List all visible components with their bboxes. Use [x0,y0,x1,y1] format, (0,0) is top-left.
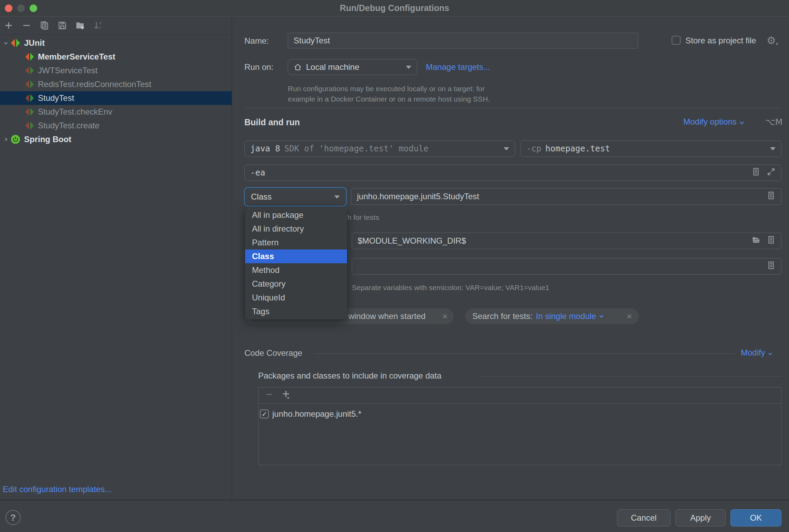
tree-item-label: RedisTest.redisConnectionTest [38,79,151,89]
dropdown-arrow-icon [504,147,509,150]
gear-icon[interactable]: ⚙▾ [767,33,778,48]
tool-window-chip-text: window when started [348,311,425,321]
add-icon[interactable] [3,20,14,31]
working-directory-input[interactable]: $MODULE_WORKING_DIR$ [352,233,781,249]
name-label: Name: [244,33,269,49]
pattern-checkbox-checked[interactable]: ✓ [260,409,269,418]
store-as-project-file-label: Store as project file [685,33,756,48]
tree-item-label: StudyTest.create [38,121,99,130]
remove-chip-icon[interactable]: × [442,311,448,322]
coverage-subtitle: Packages and classes to include in cover… [258,371,441,381]
run-on-help-line1: Run configurations may be executed local… [288,85,485,93]
insert-macros-icon[interactable] [767,191,776,202]
run-on-value: Local machine [306,62,359,72]
tree-item-label: StudyTest.checkEnv [38,107,112,117]
remove-chip-icon[interactable]: × [627,311,632,322]
tree-item-jwtservicetest[interactable]: JWTServiceTest [0,64,232,77]
configuration-editor: Name: StudyTest Store as project file ⚙▾… [232,17,789,500]
junit-test-icon [25,93,34,103]
jre-select[interactable]: java 8 SDK of 'homepage.test' module [244,140,515,157]
tree-item-studytest-checkenv[interactable]: StudyTest.checkEnv [0,105,232,119]
check-icon: ✓ [262,410,267,418]
dropdown-arrow-icon [770,147,776,150]
junit-icon [10,38,21,48]
test-class-value: junho.homepage.junit5.StudyTest [357,192,479,201]
build-and-run-title: Build and run [244,117,300,127]
help-button[interactable]: ? [6,510,21,525]
dialog-footer: ? Cancel Apply OK [0,500,789,532]
run-on-help-line2: example in a Docker Container or on a re… [288,95,490,103]
home-icon [294,63,302,71]
save-icon[interactable] [57,20,67,31]
coverage-modify-link[interactable]: Modify [741,348,772,358]
svg-text:z: z [99,25,101,30]
new-folder-icon[interactable] [75,20,85,31]
search-for-tests-chip[interactable]: Search for tests: In single module × [465,308,639,324]
remove-pattern-icon[interactable] [265,390,274,401]
working-directory-value: $MODULE_WORKING_DIR$ [358,236,466,246]
search-for-tests-value[interactable]: In single module [536,311,596,321]
option-uniqueid[interactable]: UniqueId [245,291,347,305]
vm-options-input[interactable]: -ea [244,164,781,181]
close-window-button[interactable] [5,4,12,12]
sort-az-icon[interactable]: az [93,20,103,31]
tree-item-studytest-selected[interactable]: StudyTest [0,91,232,105]
insert-macros-icon[interactable] [751,167,760,178]
option-tags[interactable]: Tags [245,305,347,318]
minimize-window-button[interactable] [17,4,25,12]
option-all-in-directory[interactable]: All in directory [245,222,347,236]
environment-variables-input[interactable] [352,258,781,275]
coverage-pattern-value: junho.homepage.junit5.* [272,409,361,419]
zoom-window-button[interactable] [30,4,37,12]
apply-button[interactable]: Apply [675,509,726,526]
svg-text:a: a [99,21,102,25]
browse-folder-icon[interactable] [751,235,761,246]
tree-item-studytest-create[interactable]: StudyTest.create [0,119,232,132]
tree-item-spring-boot[interactable]: Spring Boot [0,132,232,146]
insert-macros-icon[interactable] [767,261,776,272]
cancel-button[interactable]: Cancel [617,509,671,526]
manage-targets-link[interactable]: Manage targets... [426,59,490,75]
tree-item-junit[interactable]: JUnit [0,36,232,50]
junit-test-icon [25,121,34,130]
chevron-down-icon[interactable] [1,41,10,45]
vm-options-value: -ea [250,168,265,178]
coverage-patterns-table: ✓ junho.homepage.junit5.* [258,387,781,465]
modify-options-link[interactable]: Modify options [683,117,744,127]
option-method[interactable]: Method [245,263,347,277]
run-on-select[interactable]: Local machine [288,59,417,75]
name-value: StudyTest [294,36,330,45]
coverage-pattern-row[interactable]: ✓ junho.homepage.junit5.* [259,409,781,419]
modify-options-shortcut: ⌥M [765,117,782,127]
test-kind-dropdown-popup: All in package All in directory Pattern … [245,206,347,319]
junit-test-icon [25,107,34,117]
classpath-module-select[interactable]: -cp homepage.test [520,140,781,157]
dialog-title: Run/Debug Configurations [0,0,789,16]
name-input[interactable]: StudyTest [288,33,638,49]
copy-icon[interactable] [39,20,50,31]
tree-item-redistest[interactable]: RedisTest.redisConnectionTest [0,77,232,91]
expand-field-icon[interactable] [767,167,776,178]
tree-item-label: MemberServiceTest [38,52,115,62]
junit-test-icon [25,66,34,75]
test-kind-select[interactable]: Class [245,188,346,205]
jre-value: java 8 [250,144,280,153]
ok-button[interactable]: OK [730,509,781,526]
junit-test-icon [25,79,34,89]
insert-macros-icon[interactable] [767,235,776,246]
option-category[interactable]: Category [245,277,347,291]
remove-icon[interactable] [21,20,32,31]
tree-item-label: JWTServiceTest [38,66,97,75]
cp-prefix: -cp [526,144,541,153]
option-all-in-package[interactable]: All in package [245,208,347,222]
option-class-selected[interactable]: Class [245,249,347,263]
tree-item-label: JUnit [24,38,45,48]
chevron-right-icon[interactable] [1,137,10,142]
add-pattern-icon[interactable] [281,389,292,402]
option-pattern[interactable]: Pattern [245,236,347,249]
test-class-input[interactable]: junho.homepage.junit5.StudyTest [351,188,781,205]
dropdown-arrow-icon [334,195,340,199]
store-as-project-file-checkbox[interactable] [672,36,681,45]
tree-item-memberservicetest[interactable]: MemberServiceTest [0,50,232,64]
edit-configuration-templates-link[interactable]: Edit configuration templates... [3,485,112,494]
